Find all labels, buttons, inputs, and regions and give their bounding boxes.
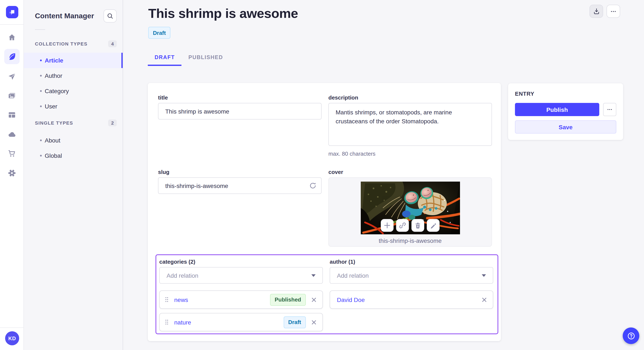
ellipsis-icon [610, 8, 617, 15]
cover-copy-link-button[interactable] [396, 219, 409, 232]
cover-field: cover [328, 169, 492, 247]
combobox-placeholder: Add relation [166, 272, 198, 279]
author-field: author (1) Add relation David Doe [330, 259, 493, 331]
title-input[interactable] [158, 103, 322, 120]
remove-relation-button[interactable] [480, 295, 488, 304]
relation-item-nature: nature Draft [159, 313, 323, 331]
relation-link[interactable]: news [174, 296, 188, 303]
cover-delete-button[interactable] [412, 219, 424, 232]
relation-link[interactable]: David Doe [337, 296, 365, 303]
search-icon [106, 12, 114, 19]
chevron-down-icon [482, 274, 486, 279]
regenerate-slug-button[interactable] [307, 179, 319, 192]
edit-form-panel: title description Mantis shrimps, or sto… [148, 83, 501, 341]
question-icon [627, 332, 635, 340]
strapi-logo-icon [8, 8, 16, 16]
strapi-logo[interactable] [6, 6, 18, 18]
combobox-placeholder: Add relation [337, 272, 369, 279]
content-manager-icon[interactable] [4, 49, 20, 64]
sidebar-item-label: Global [45, 152, 62, 159]
categories-add-relation-combobox[interactable]: Add relation [159, 267, 323, 284]
sidebar-item-label: Category [45, 88, 69, 94]
cover-toolbar [360, 219, 460, 232]
section-count-badge: 4 [108, 40, 117, 47]
content-type-builder-icon[interactable] [8, 111, 16, 119]
slug-field: slug [158, 169, 322, 194]
close-icon [311, 297, 316, 302]
user-avatar[interactable]: KD [5, 331, 19, 345]
description-label: description [328, 94, 492, 101]
media-library-icon[interactable] [8, 91, 16, 100]
sidebar-item-label: User [45, 103, 57, 110]
home-icon[interactable] [8, 33, 16, 42]
rail-divider-bottom [0, 328, 24, 328]
sidebar-item-label: Article [45, 57, 63, 64]
rail-divider [0, 24, 24, 25]
remove-relation-button[interactable] [310, 318, 318, 326]
cover-filename: this-shrimp-is-awesome [329, 237, 492, 244]
bullet-icon [40, 140, 42, 141]
published-badge: Published [270, 294, 306, 306]
author-add-relation-combobox[interactable]: Add relation [330, 267, 493, 284]
status-badge: Draft [148, 27, 170, 39]
help-button[interactable] [623, 328, 639, 344]
export-button[interactable] [590, 5, 603, 18]
section-label: COLLECTION TYPES [35, 41, 88, 46]
ellipsis-icon [606, 106, 613, 113]
slug-label: slug [158, 169, 322, 175]
publish-button[interactable]: Publish [515, 103, 599, 116]
search-button[interactable] [104, 9, 117, 22]
marketplace-cart-icon[interactable] [8, 149, 16, 158]
link-icon [399, 222, 406, 229]
drag-handle-icon[interactable] [165, 319, 169, 325]
sidebar-item-author[interactable]: Author [24, 68, 123, 83]
relation-item-david-doe: David Doe [330, 291, 493, 309]
title-field: title [158, 94, 322, 120]
entry-more-button[interactable] [603, 103, 616, 116]
version-tabs: DRAFT PUBLISHED [148, 52, 230, 66]
slug-input[interactable] [158, 177, 322, 194]
sidebar-item-label: About [45, 137, 60, 144]
refresh-icon [309, 182, 316, 189]
sidebar-item-article[interactable]: Article [24, 53, 123, 68]
save-button[interactable]: Save [515, 120, 616, 134]
drag-handle-icon[interactable] [165, 296, 169, 303]
bullet-icon [40, 105, 42, 107]
cloud-icon[interactable] [8, 130, 16, 139]
relation-item-news: news Published [159, 291, 323, 309]
releases-icon[interactable] [8, 72, 16, 81]
sidebar-item-user[interactable]: User [24, 99, 123, 114]
description-textarea[interactable]: Mantis shrimps, or stomatopods, are mari… [328, 103, 492, 146]
draft-badge: Draft [284, 316, 306, 328]
description-field: description Mantis shrimps, or stomatopo… [328, 94, 492, 157]
entry-panel: ENTRY Publish Save [508, 83, 623, 140]
close-icon [311, 320, 316, 325]
cover-label: cover [328, 169, 492, 175]
remove-relation-button[interactable] [310, 295, 318, 304]
tab-draft[interactable]: DRAFT [148, 52, 182, 66]
app-root: KD Content Manager COLLECTION TYPES 4 Ar… [0, 0, 644, 350]
icon-rail: KD [0, 0, 24, 350]
cover-edit-button[interactable] [427, 219, 440, 232]
sidebar-item-global[interactable]: Global [24, 148, 123, 163]
section-count-badge: 2 [108, 120, 117, 126]
pencil-icon [430, 222, 436, 229]
settings-gear-icon[interactable] [8, 169, 16, 177]
cover-add-button[interactable] [381, 219, 394, 232]
bullet-icon [40, 75, 42, 77]
plus-icon [384, 222, 390, 229]
description-hint: max. 80 characters [328, 151, 492, 157]
cover-card: this-shrimp-is-awesome [328, 177, 492, 247]
sidebar-divider [35, 29, 45, 30]
sidebar-item-about[interactable]: About [24, 133, 123, 148]
relation-link[interactable]: nature [174, 319, 191, 326]
categories-field: categories (2) Add relation news Publish… [159, 259, 323, 331]
collection-types-list: Article Author Category User [24, 53, 123, 114]
bullet-icon [40, 90, 42, 92]
trash-icon [414, 222, 421, 229]
sidebar-item-category[interactable]: Category [24, 83, 123, 99]
page-title: This shrimp is awesome [148, 6, 298, 21]
tab-published[interactable]: PUBLISHED [182, 52, 230, 66]
header-more-button[interactable] [606, 5, 620, 18]
single-types-list: About Global [24, 133, 123, 163]
